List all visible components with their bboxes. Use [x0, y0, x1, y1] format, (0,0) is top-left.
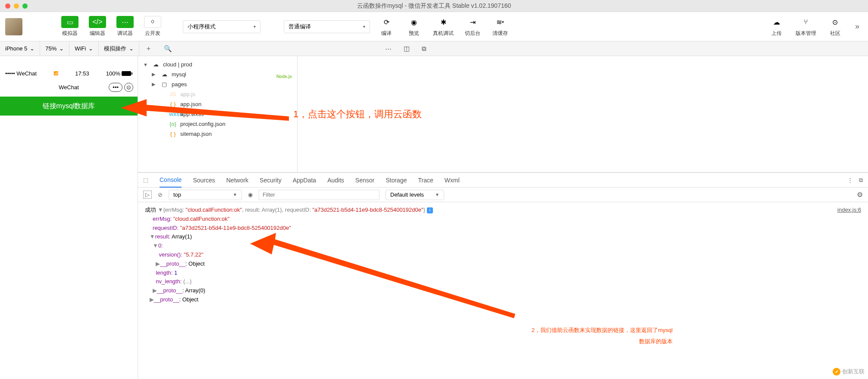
annotation-arrow-2 [250, 233, 517, 323]
battery-label: 100% [106, 70, 120, 77]
eye-icon[interactable]: ◉ [248, 191, 253, 198]
tree-file-sitemap[interactable]: { }sitemap.json [138, 129, 297, 139]
tree-folder-pages[interactable]: ▶▢pages [138, 79, 297, 89]
debugger-button[interactable]: ⋯调试器 [114, 15, 136, 38]
chevron-down-icon: ⌄ [88, 45, 93, 52]
filter-input[interactable] [259, 190, 379, 200]
play-icon[interactable]: ▷ [143, 191, 152, 199]
mock-dropdown[interactable]: 模拟操作⌄ [99, 41, 139, 56]
layers-icon: ≋ ▾ [492, 16, 509, 28]
chevron-down-icon: ⌄ [129, 45, 134, 52]
chevron-down-icon: ⌄ [59, 45, 64, 52]
bug-icon: ✱ [435, 16, 452, 28]
remote-debug-button[interactable]: ✱真机调试 [430, 15, 456, 38]
more-icon[interactable]: ⋯ [379, 45, 398, 53]
mode-dropdown[interactable]: 小程序模式▾ [183, 20, 260, 33]
traffic-lights[interactable] [5, 3, 28, 9]
upload-button[interactable]: ☁上传 [765, 15, 788, 38]
clear-cache-button[interactable]: ≋ ▾清缓存 [489, 15, 511, 38]
kebab-icon[interactable]: ⋮ [847, 177, 853, 184]
carrier-label: ••••• WeChat [5, 70, 37, 77]
annotation-arrow-1 [121, 97, 293, 123]
branch-icon: ⑂ [797, 16, 815, 28]
tree-folder-mysql[interactable]: ▶☁mysql [138, 69, 297, 79]
phone-icon: ▭ [61, 16, 78, 28]
split-left-icon[interactable]: ◫ [398, 45, 416, 53]
clear-icon[interactable]: ⊘ [158, 191, 163, 198]
split-right-icon[interactable]: ⧉ [416, 45, 432, 53]
simulator-button[interactable]: ▭模拟器 [59, 15, 81, 38]
editor-button[interactable]: </>编辑器 [86, 15, 109, 38]
cloud-dev-button[interactable]: ೦云开发 [141, 15, 164, 38]
svg-marker-1 [250, 233, 515, 318]
network-dropdown[interactable]: WiFi⌄ [69, 41, 99, 56]
tab-appdata[interactable]: AppData [293, 173, 316, 187]
window-title: 云函数操作mysql - 微信开发者工具 Stable v1.02.190716… [357, 2, 511, 10]
chevron-down-icon: ▼ [143, 62, 148, 67]
tab-trace[interactable]: Trace [418, 173, 433, 187]
code-editor[interactable] [298, 56, 868, 172]
info-badge[interactable]: i [427, 207, 433, 213]
tab-audits[interactable]: Audits [327, 173, 344, 187]
tab-sources[interactable]: Sources [193, 173, 215, 187]
capsule-menu-icon[interactable]: ••• [109, 83, 122, 92]
maximize-icon[interactable] [22, 3, 28, 9]
gear-icon[interactable]: ⚙ [857, 191, 863, 199]
window-titlebar: 云函数操作mysql - 微信开发者工具 Stable v1.02.190716… [0, 0, 868, 12]
tree-root[interactable]: ▼☁cloud | prod [138, 60, 297, 69]
project-avatar[interactable] [5, 18, 22, 35]
chevron-down-icon: ▾ [363, 24, 365, 29]
dock-icon[interactable]: ⧉ [859, 177, 863, 184]
simulator-panel: ••••• WeChat📶 17:53 100% WeChat ••• ⊙ 链接… [0, 56, 138, 379]
upload-icon: ☁ [768, 16, 785, 28]
search-icon[interactable]: 🔍 [158, 45, 178, 53]
chevron-right-icon: ▶ [152, 81, 157, 87]
context-dropdown[interactable]: top▼ [169, 190, 242, 200]
overflow-icon[interactable]: » [852, 22, 863, 31]
console-filter-bar: ▷ ⊘ top▼ ◉ Default levels▼ ⚙ [138, 188, 868, 202]
sub-toolbar: iPhone 5⌄ 75%⌄ WiFi⌄ 模拟操作⌄ ＋ 🔍 ⋯ ◫ ⧉ [0, 41, 868, 56]
nodejs-badge: Node.js [276, 74, 292, 79]
version-button[interactable]: ⑂版本管理 [793, 15, 819, 38]
background-button[interactable]: ⇥切后台 [461, 15, 484, 38]
compile-button[interactable]: ⟳编译 [375, 15, 398, 38]
tab-sensor[interactable]: Sensor [355, 173, 374, 187]
tab-storage[interactable]: Storage [385, 173, 407, 187]
chevron-right-icon: ▶ [152, 72, 157, 77]
zoom-dropdown[interactable]: 75%⌄ [40, 41, 69, 56]
capsule-close-icon[interactable]: ⊙ [124, 83, 133, 92]
community-button[interactable]: ⊙社区 [824, 15, 846, 38]
watermark: ✓创新互联 [833, 368, 865, 376]
devtools-tabs: ⬚ Console Sources Network Security AppDa… [138, 173, 868, 188]
json-icon: { } [169, 131, 177, 137]
battery-icon [122, 71, 132, 76]
tab-security[interactable]: Security [260, 173, 282, 187]
folder-icon: ▢ [160, 81, 168, 88]
levels-dropdown[interactable]: Default levels▼ [385, 190, 444, 200]
inspect-icon[interactable]: ⬚ [143, 177, 148, 183]
exit-icon: ⇥ [464, 16, 481, 28]
connect-mysql-button[interactable]: 链接mysql数据库 [0, 97, 138, 116]
compile-mode-dropdown[interactable]: 普通编译▾ [284, 20, 370, 33]
cloud-icon: ೦ [144, 16, 161, 28]
add-icon[interactable]: ＋ [139, 44, 158, 53]
minimize-icon[interactable] [14, 3, 19, 9]
preview-button[interactable]: ◉预览 [403, 15, 425, 38]
close-icon[interactable] [5, 3, 10, 9]
nav-title: WeChat [59, 84, 79, 91]
chat-icon: ⊙ [827, 16, 844, 28]
tab-console[interactable]: Console [160, 173, 182, 188]
device-dropdown[interactable]: iPhone 5⌄ [0, 41, 40, 56]
tab-network[interactable]: Network [226, 173, 248, 187]
time-label: 17:53 [75, 70, 89, 77]
debug-icon: ⋯ [116, 16, 134, 28]
tab-wxml[interactable]: Wxml [445, 173, 460, 187]
sim-status-bar: ••••• WeChat📶 17:53 100% [0, 69, 138, 78]
eye-icon: ◉ [405, 16, 423, 28]
cloud-icon: ☁ [160, 71, 168, 78]
chevron-down-icon: ⌄ [30, 45, 34, 52]
refresh-icon: ⟳ [378, 16, 395, 28]
source-link[interactable]: index.js:6 [837, 206, 861, 215]
svg-marker-0 [121, 99, 289, 121]
code-icon: </> [89, 16, 106, 28]
